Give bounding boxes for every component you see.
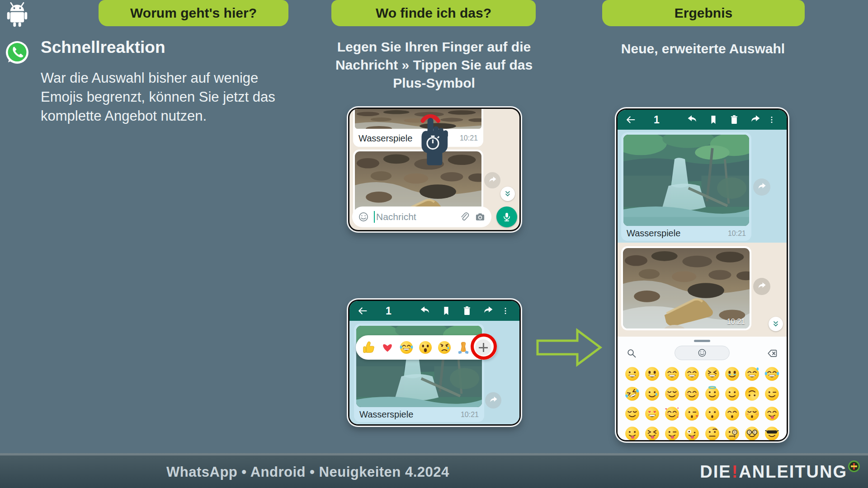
trash-icon[interactable] — [461, 305, 473, 317]
chat-area: 10:21 — [618, 243, 787, 337]
middle-instruction-line3: Plus-Symbol — [312, 74, 556, 92]
emoji-smiley-icon[interactable] — [358, 211, 369, 223]
forward-icon[interactable] — [482, 305, 494, 317]
selected-count: 1 — [386, 305, 392, 317]
phone-screenshot-reactionbar: 1 Wasserspiele 10:21 — [348, 300, 521, 426]
emoji-kissing-face-smiling-eyes[interactable] — [724, 406, 740, 422]
emoji-kissing-face[interactable] — [704, 406, 720, 422]
message-time: 10:21 — [728, 230, 746, 238]
backspace-icon[interactable] — [767, 347, 778, 359]
back-icon[interactable] — [357, 305, 368, 317]
text-cursor — [374, 211, 375, 223]
brand-logo: DIE!ANLEITUNG — [700, 462, 860, 482]
emoji-slightly-smiling-face[interactable] — [724, 386, 740, 402]
camera-icon[interactable] — [474, 211, 486, 223]
right-instruction: Neue, erweiterte Auswahl — [585, 40, 821, 58]
scroll-to-bottom-button[interactable] — [769, 317, 783, 331]
middle-instruction: Legen Sie Ihren Finger auf die Nachricht… — [312, 38, 556, 92]
emoji-face-with-raised-eyebrow[interactable] — [704, 426, 720, 441]
photo-stream: 10:21 — [623, 248, 750, 328]
reply-icon[interactable] — [420, 305, 431, 317]
more-menu-icon[interactable] — [767, 114, 776, 126]
emoji-relieved-face[interactable] — [624, 406, 640, 422]
selection-toolbar: 1 — [349, 301, 519, 321]
emoji-face-savoring-food[interactable] — [764, 406, 780, 422]
search-icon[interactable] — [626, 347, 637, 359]
back-icon[interactable] — [625, 114, 637, 126]
emoji-grinning-face[interactable] — [624, 366, 640, 382]
more-menu-icon[interactable] — [501, 305, 510, 317]
slide: Worum geht's hier? Wo finde ich das? Erg… — [0, 0, 868, 488]
emoji-tab[interactable] — [675, 346, 730, 360]
emoji-smiling-face-heart-eyes[interactable] — [644, 406, 660, 422]
forward-message-button[interactable] — [484, 172, 500, 188]
chat-area-selected: Wasserspiele 10:21 — [349, 321, 519, 424]
emoji-beaming-face[interactable] — [684, 366, 700, 382]
middle-instruction-line1: Legen Sie Ihren Finger auf die — [312, 38, 556, 56]
selected-message-bubble[interactable]: Wasserspiele 10:21 — [621, 132, 751, 241]
emoji-squinting-face-with-tongue[interactable] — [644, 426, 660, 441]
emoji-face-with-tongue[interactable] — [624, 426, 640, 441]
header-pill-left: Worum geht's hier? — [99, 0, 288, 26]
emoji-smiling-face-with-tear[interactable] — [644, 386, 660, 402]
middle-instruction-line2: Nachricht » Tippen Sie auf das — [312, 56, 556, 74]
reaction-emoji-folded-hands[interactable] — [456, 340, 471, 355]
emoji-grinning-face-big-eyes[interactable] — [644, 366, 660, 382]
caption-row: Wasserspiele 10:21 — [621, 226, 751, 241]
emoji-rolling-on-floor-laughing[interactable] — [624, 386, 640, 402]
emoji-smiling-face[interactable] — [664, 386, 680, 402]
emoji-smiling-face-with-hearts[interactable] — [664, 406, 680, 422]
whatsapp-icon — [5, 41, 29, 64]
emoji-face-holding-back-tears[interactable] — [724, 366, 740, 382]
emoji-picker-panel — [618, 337, 787, 440]
scroll-to-bottom-button[interactable] — [500, 187, 515, 201]
forward-message-button[interactable] — [485, 392, 501, 408]
long-press-hand-icon — [415, 111, 453, 164]
emoji-winking-face[interactable] — [764, 386, 780, 402]
phone2-screen: 1 Wasserspiele 10:21 — [349, 301, 519, 424]
feature-title: Schnellreaktion — [41, 38, 165, 57]
emoji-nerd-face[interactable] — [744, 426, 760, 441]
header-pill-right: Ergebnis — [602, 0, 805, 26]
reply-icon[interactable] — [687, 114, 698, 126]
emoji-grinning-face-with-sweat[interactable] — [744, 366, 760, 382]
emoji-face-with-monocle[interactable] — [724, 426, 740, 441]
trash-icon[interactable] — [728, 114, 740, 126]
photo-waterfall — [623, 135, 749, 226]
emoji-grinning-squinting-face[interactable] — [704, 366, 720, 382]
message-time: 10:21 — [461, 411, 479, 419]
input-placeholder: Nachricht — [376, 211, 458, 222]
emoji-face-with-tears-of-joy[interactable] — [764, 366, 780, 382]
reaction-emoji-red-heart[interactable] — [380, 340, 395, 355]
emoji-grinning-face-smiling-eyes[interactable] — [664, 366, 680, 382]
footer-bar: WhatsApp • Android • Neuigkeiten 4.2024 … — [0, 453, 868, 488]
android-icon — [5, 2, 29, 27]
feature-description: War die Auswahl bisher auf wenige Emojis… — [41, 69, 301, 126]
selection-toolbar: 1 — [618, 110, 787, 130]
drag-handle[interactable] — [694, 340, 710, 342]
message-input[interactable]: Nachricht — [352, 206, 491, 227]
bookmark-icon[interactable] — [708, 114, 719, 126]
reaction-emoji-face-with-open-mouth[interactable] — [418, 340, 433, 355]
forward-message-button[interactable] — [753, 278, 770, 295]
annotation-red-circle — [471, 333, 497, 360]
header-right-label: Ergebnis — [675, 5, 732, 21]
forward-icon[interactable] — [749, 114, 761, 126]
emoji-smiling-face-sunglasses[interactable] — [764, 426, 780, 441]
emoji-smiling-face-with-halo[interactable] — [704, 386, 720, 402]
header-pill-middle: Wo finde ich das? — [331, 0, 536, 26]
forward-message-button[interactable] — [753, 178, 770, 196]
emoji-zany-face[interactable] — [684, 426, 700, 441]
attach-paperclip-icon[interactable] — [458, 211, 470, 223]
voice-message-button[interactable] — [496, 206, 517, 227]
footer-caption: WhatsApp • Android • Neuigkeiten 4.2024 — [166, 464, 449, 480]
emoji-winking-face-with-tongue[interactable] — [664, 426, 680, 441]
reaction-emoji-thumbs-up[interactable] — [361, 340, 376, 355]
emoji-face-blowing-kiss[interactable] — [684, 406, 700, 422]
reaction-emoji-face-with-tears-of-joy[interactable] — [399, 340, 414, 355]
emoji-smiling-face-smiling-eyes[interactable] — [684, 386, 700, 402]
emoji-upside-down-face[interactable] — [744, 386, 760, 402]
reaction-emoji-crying-face[interactable] — [437, 340, 452, 355]
bookmark-icon[interactable] — [440, 305, 452, 317]
emoji-kissing-face-closed-eyes[interactable] — [744, 406, 760, 422]
